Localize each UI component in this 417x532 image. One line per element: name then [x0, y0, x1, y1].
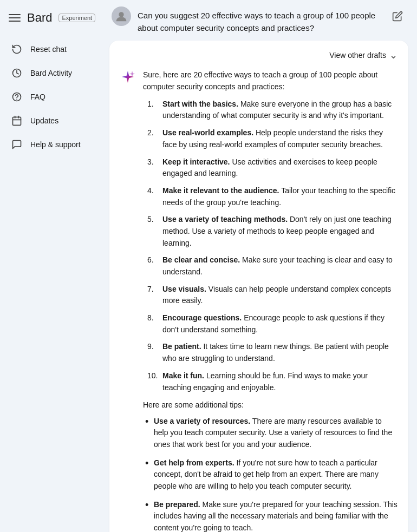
list-number: 6. [147, 254, 159, 278]
sidebar-item-updates-label: Updates [30, 116, 58, 125]
list-text: Make it fun. Learning should be fun. Fin… [162, 370, 398, 393]
list-number: 7. [147, 284, 159, 307]
list-item: •Be prepared. Make sure you're prepared … [145, 499, 398, 532]
list-item: 10.Make it fun. Learning should be fun. … [147, 370, 398, 393]
list-text: Start with the basics. Make sure everyon… [162, 98, 398, 122]
chevron-down-icon: ⌄ [389, 49, 398, 61]
sidebar: Bard Experiment Reset chat Bard Activity [0, 0, 103, 532]
bullet-list: •Use a variety of resources. There are m… [143, 416, 398, 532]
list-number: 10. [147, 370, 159, 393]
list-item: 3.Keep it interactive. Use activities an… [147, 156, 398, 180]
sidebar-item-reset-chat[interactable]: Reset chat [0, 38, 103, 61]
list-item: •Get help from experts. If you're not su… [145, 457, 398, 492]
list-text: Encourage questions. Encourage people to… [162, 312, 398, 336]
bard-response-row: Sure, here are 20 effective ways to teac… [120, 69, 398, 532]
sidebar-item-bard-activity-label: Bard Activity [30, 69, 72, 77]
user-message-text: Can you suggest 20 effective ways to tea… [138, 6, 382, 34]
list-text: Be clear and concise. Make sure your tea… [162, 254, 398, 278]
sidebar-item-faq[interactable]: FAQ [0, 86, 103, 108]
list-number: 1. [147, 98, 159, 122]
user-message-row: Can you suggest 20 effective ways to tea… [109, 6, 408, 34]
edit-icon[interactable] [389, 6, 406, 24]
list-number: 4. [147, 185, 159, 208]
list-number: 8. [147, 312, 159, 336]
numbered-list: 1.Start with the basics. Make sure every… [143, 98, 398, 393]
reset-icon [11, 43, 23, 55]
list-number: 3. [147, 156, 159, 180]
help-icon [11, 139, 23, 150]
list-text: Use a variety of teaching methods. Don't… [162, 214, 398, 249]
list-item: 4.Make it relevant to the audience. Tail… [147, 185, 398, 208]
sidebar-item-help-support-label: Help & support [30, 140, 81, 149]
svg-point-8 [119, 12, 123, 17]
list-item: 5.Use a variety of teaching methods. Don… [147, 214, 398, 249]
bullet-text: Use a variety of resources. There are ma… [154, 416, 398, 451]
response-header: View other drafts ⌄ [120, 49, 398, 61]
list-item: 6.Be clear and concise. Make sure your t… [147, 254, 398, 278]
list-number: 9. [147, 341, 159, 364]
response-intro: Sure, here are 20 effective ways to teac… [143, 69, 398, 93]
sidebar-item-help-support[interactable]: Help & support [0, 133, 103, 156]
list-text: Be patient. It takes time to learn new t… [162, 341, 398, 364]
response-card: View other drafts ⌄ [109, 41, 408, 532]
menu-icon[interactable] [9, 11, 21, 24]
list-item: 2.Use real-world examples. Help people u… [147, 127, 398, 150]
bullet-text: Be prepared. Make sure you're prepared f… [154, 499, 398, 532]
avatar [112, 6, 131, 26]
svg-rect-3 [13, 117, 21, 125]
bard-star-icon [120, 70, 135, 85]
sidebar-item-bard-activity[interactable]: Bard Activity [0, 62, 103, 84]
bullet-dot: • [145, 416, 149, 451]
sidebar-header: Bard Experiment [0, 6, 103, 34]
main-content: Can you suggest 20 effective ways to tea… [103, 0, 417, 532]
list-item: 1.Start with the basics. Make sure every… [147, 98, 398, 122]
experiment-badge: Experiment [58, 14, 95, 22]
sidebar-nav: Reset chat Bard Activity FAQ [0, 34, 103, 160]
faq-icon [11, 91, 23, 103]
list-text: Make it relevant to the audience. Tailor… [162, 185, 398, 208]
additional-tips-label: Here are some additional tips: [143, 399, 398, 411]
view-other-drafts-button[interactable]: View other drafts ⌄ [329, 49, 398, 61]
list-text: Keep it interactive. Use activities and … [162, 156, 398, 180]
list-text: Use real-world examples. Help people und… [162, 127, 398, 150]
updates-icon [11, 115, 23, 127]
list-number: 5. [147, 214, 159, 249]
sidebar-item-updates[interactable]: Updates [0, 109, 103, 132]
bullet-text: Get help from experts. If you're not sur… [154, 457, 398, 492]
app-title: Bard [27, 11, 52, 25]
list-item: 7.Use visuals. Visuals can help people u… [147, 284, 398, 307]
chat-container: Can you suggest 20 effective ways to tea… [109, 6, 408, 532]
bullet-dot: • [145, 457, 149, 492]
response-content: Sure, here are 20 effective ways to teac… [143, 69, 398, 532]
activity-icon [11, 67, 23, 79]
list-item: 8.Encourage questions. Encourage people … [147, 312, 398, 336]
list-item: •Use a variety of resources. There are m… [145, 416, 398, 451]
sidebar-item-faq-label: FAQ [30, 93, 45, 101]
list-text: Use visuals. Visuals can help people und… [162, 284, 398, 307]
bullet-dot: • [145, 499, 149, 532]
list-item: 9.Be patient. It takes time to learn new… [147, 341, 398, 364]
sidebar-item-reset-chat-label: Reset chat [30, 45, 67, 54]
list-number: 2. [147, 127, 159, 150]
